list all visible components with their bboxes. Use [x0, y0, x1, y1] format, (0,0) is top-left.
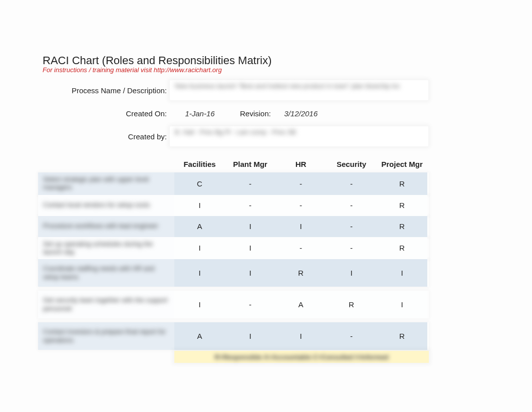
legend-box: R=Responsible A=Accountable C=Consulted …: [174, 351, 429, 363]
raci-cell: I: [174, 291, 225, 318]
task-text-blur: Contact investors & prepare final report…: [43, 328, 169, 344]
raci-cell: -: [326, 237, 377, 260]
header-task-col: [38, 155, 174, 172]
meta-row-dates: Created On: 1-Jan-16 Revision: 3/12/2016: [43, 103, 428, 123]
table-row: Get security team together with the supp…: [38, 291, 429, 318]
task-cell: Contact investors & prepare final report…: [38, 322, 174, 350]
meta-row-process: Process Name / Description: New business…: [43, 80, 428, 100]
raci-document: RACI Chart (Roles and Responsibilities M…: [0, 0, 532, 412]
legend-text: R=Responsible A=Accountable C=Consulted …: [215, 353, 389, 361]
revision-label: Revision:: [230, 109, 276, 118]
raci-cell: I: [326, 259, 377, 287]
table-row: Set up operating schedules during the la…: [38, 237, 429, 260]
role-header: Project Mgr: [377, 155, 427, 172]
task-cell: Procedure workflows with lead engineer: [38, 216, 174, 237]
raci-cell: I: [225, 259, 276, 287]
raci-cell: -: [276, 172, 326, 195]
raci-cell: A: [174, 322, 225, 350]
raci-cell: R: [377, 322, 427, 350]
raci-cell: A: [174, 216, 225, 237]
raci-cell: A: [276, 291, 326, 318]
raci-cell: I: [174, 195, 225, 216]
task-cell: Select strategic plan with upper level m…: [38, 172, 174, 195]
raci-cell: R: [377, 216, 427, 237]
created-by-value-blur: B. Hall - Pres Bg Pl - Lain comp - Pres …: [175, 128, 423, 137]
table-row: Coordinate staffing needs with HR and se…: [38, 259, 429, 287]
created-by-value-box: B. Hall - Pres Bg Pl - Lain comp - Pres …: [170, 126, 428, 146]
created-on-value: 1-Jan-16: [170, 109, 230, 118]
meta-block: Process Name / Description: New business…: [43, 80, 428, 146]
table-row: Contact investors & prepare final report…: [38, 322, 429, 350]
table-row: Procedure workflows with lead engineerAI…: [38, 216, 429, 237]
raci-cell: I: [225, 237, 276, 260]
task-text-blur: Coordinate staffing needs with HR and se…: [43, 265, 169, 281]
role-header: HR: [276, 155, 326, 172]
header-row: Facilities Plant Mgr HR Security Project…: [38, 155, 429, 172]
task-cell: Coordinate staffing needs with HR and se…: [38, 259, 174, 287]
raci-cell: I: [276, 322, 326, 350]
raci-cell: R: [377, 195, 427, 216]
raci-cell: R: [326, 291, 377, 318]
page-subtitle: For instructions / training material vis…: [43, 66, 222, 74]
raci-cell: -: [225, 291, 276, 318]
raci-cell: R: [377, 237, 427, 260]
table-row: Contact local vendors for setup costsI--…: [38, 195, 429, 216]
raci-cell: -: [276, 195, 326, 216]
raci-cell: I: [225, 322, 276, 350]
role-header: Security: [326, 155, 377, 172]
raci-cell: C: [174, 172, 225, 195]
raci-cell: -: [225, 195, 276, 216]
process-value-blur: New business launch "Best and hottest ne…: [175, 82, 423, 91]
raci-cell: I: [225, 216, 276, 237]
task-cell: Get security team together with the supp…: [38, 291, 174, 318]
task-text-blur: Contact local vendors for setup costs: [43, 201, 150, 209]
task-text-blur: Select strategic plan with upper level m…: [43, 175, 169, 192]
revision-value: 3/12/2016: [276, 109, 326, 118]
meta-row-created-by: Created by: B. Hall - Pres Bg Pl - Lain …: [43, 126, 428, 146]
raci-cell: I: [377, 259, 427, 287]
raci-cell: I: [377, 291, 427, 318]
raci-cell: I: [276, 216, 326, 237]
role-header: Plant Mgr: [225, 155, 276, 172]
raci-cell: R: [377, 172, 427, 195]
raci-cell: -: [326, 322, 377, 350]
task-text-blur: Procedure workflows with lead engineer: [43, 222, 158, 230]
raci-matrix: Facilities Plant Mgr HR Security Project…: [38, 155, 429, 350]
raci-cell: -: [326, 216, 377, 237]
raci-cell: R: [276, 259, 326, 287]
table-row: Select strategic plan with upper level m…: [38, 172, 429, 195]
role-header: Facilities: [174, 155, 225, 172]
raci-cell: -: [326, 172, 377, 195]
task-cell: Contact local vendors for setup costs: [38, 195, 174, 216]
task-text-blur: Set up operating schedules during the la…: [43, 240, 169, 257]
created-by-label: Created by:: [43, 132, 170, 141]
raci-cell: -: [326, 195, 377, 216]
raci-cell: -: [276, 237, 326, 260]
task-cell: Set up operating schedules during the la…: [38, 237, 174, 260]
page-title: RACI Chart (Roles and Responsibilities M…: [43, 54, 272, 67]
created-on-label: Created On:: [43, 109, 170, 118]
process-value-box: New business launch "Best and hottest ne…: [170, 80, 428, 100]
raci-cell: I: [174, 237, 225, 260]
task-text-blur: Get security team together with the supp…: [43, 296, 169, 313]
raci-cell: -: [225, 172, 276, 195]
raci-cell: I: [174, 259, 225, 287]
process-label: Process Name / Description:: [43, 86, 170, 95]
